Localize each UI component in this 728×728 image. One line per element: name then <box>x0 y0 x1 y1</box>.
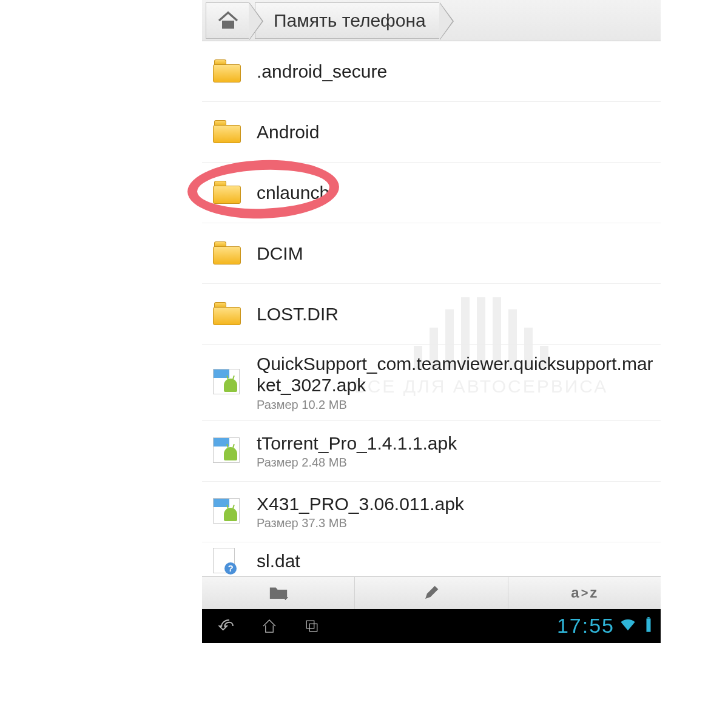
home-button[interactable] <box>248 617 291 635</box>
list-item[interactable]: DCIM <box>202 223 661 284</box>
folder-icon <box>213 302 241 325</box>
file-manager-screen: Память телефона ВСЕ ДЛЯ АВТОСЕРВИСА .and… <box>202 0 661 643</box>
android-navbar: 17:55 <box>202 609 661 643</box>
folder-icon <box>213 241 241 265</box>
list-item-highlighted[interactable]: cnlaunch <box>202 163 661 223</box>
apk-icon <box>213 437 240 463</box>
svg-rect-0 <box>222 21 234 29</box>
wifi-icon <box>619 616 636 636</box>
back-icon <box>217 617 237 635</box>
list-item[interactable]: QuickSupport_com.teamviewer.quicksupport… <box>202 345 661 421</box>
home-nav-icon <box>259 617 280 635</box>
folder-icon <box>213 120 241 143</box>
bottom-toolbar: + a>z <box>202 576 661 609</box>
breadcrumb-bar: Память телефона <box>202 0 661 41</box>
item-name: cnlaunch <box>257 182 655 203</box>
list-item[interactable]: tTorrent_Pro_1.4.1.1.apk Размер 2.48 MB <box>202 421 661 482</box>
item-name: DCIM <box>257 243 655 264</box>
apk-icon <box>213 369 240 394</box>
edit-button[interactable] <box>355 577 508 609</box>
item-name: .android_secure <box>257 61 655 82</box>
apk-icon <box>213 498 240 524</box>
status-time: 17:55 <box>557 614 615 638</box>
list-item[interactable]: X431_PRO_3.06.011.apk Размер 37.3 MB <box>202 482 661 542</box>
item-size: Размер 2.48 MB <box>257 456 655 470</box>
folder-icon <box>213 181 241 204</box>
list-item[interactable]: .android_secure <box>202 41 661 102</box>
item-name: LOST.DIR <box>257 303 655 325</box>
new-folder-icon: + <box>268 582 289 603</box>
list-item[interactable]: LOST.DIR <box>202 284 661 345</box>
item-name: sl.dat <box>257 550 655 571</box>
svg-rect-5 <box>647 617 650 618</box>
breadcrumb-current[interactable]: Память телефона <box>255 2 439 39</box>
file-list: .android_secure Android cnlaunch DCIM LO… <box>202 41 661 576</box>
sort-button[interactable]: a>z <box>508 577 661 609</box>
item-name: Android <box>257 121 655 143</box>
new-folder-button[interactable]: + <box>202 577 355 609</box>
item-name: X431_PRO_3.06.011.apk <box>257 493 655 514</box>
sort-az-icon: a>z <box>571 584 598 601</box>
list-item[interactable]: Android <box>202 102 661 163</box>
item-size: Размер 10.2 MB <box>257 398 655 412</box>
item-name: tTorrent_Pro_1.4.1.1.apk <box>257 433 655 454</box>
battery-icon <box>640 616 657 636</box>
pencil-icon <box>421 582 442 603</box>
back-button[interactable] <box>206 617 248 635</box>
file-icon <box>213 548 235 573</box>
svg-rect-3 <box>309 624 317 632</box>
breadcrumb-current-label: Память телефона <box>274 10 426 31</box>
item-name: QuickSupport_com.teamviewer.quicksupport… <box>257 353 655 396</box>
item-size: Размер 37.3 MB <box>257 516 655 530</box>
breadcrumb-home[interactable] <box>206 2 249 39</box>
svg-rect-2 <box>306 621 314 629</box>
svg-text:+: + <box>283 592 288 602</box>
svg-rect-4 <box>647 618 651 632</box>
recent-apps-button[interactable] <box>291 617 333 635</box>
recent-icon <box>302 617 322 635</box>
home-icon <box>216 8 240 33</box>
folder-icon <box>213 59 241 83</box>
list-item[interactable]: sl.dat <box>202 542 661 576</box>
